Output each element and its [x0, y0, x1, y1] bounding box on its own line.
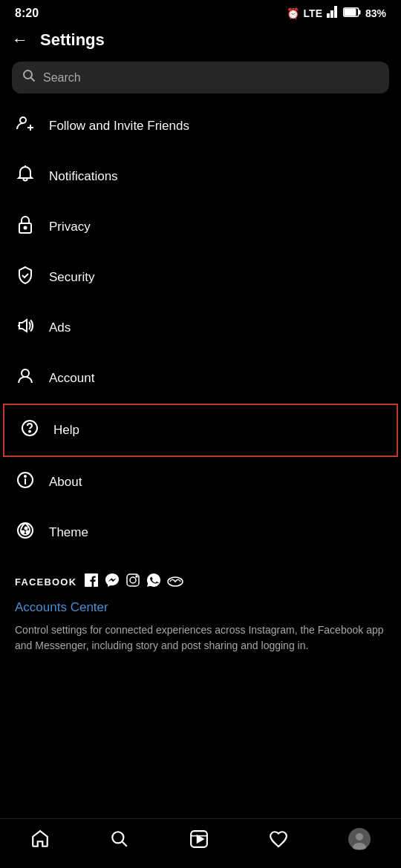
facebook-section: FACEBOOK Accounts Center Control [0, 558, 401, 654]
search-icon [22, 69, 36, 86]
privacy-label: Privacy [49, 220, 91, 234]
follow-invite-label: Follow and Invite Friends [49, 119, 189, 134]
menu-item-privacy[interactable]: Privacy [0, 202, 401, 252]
status-icons: ⏰ LTE 83% [287, 6, 386, 20]
help-icon [19, 418, 40, 442]
svg-point-8 [20, 117, 26, 123]
svg-point-35 [356, 833, 363, 841]
profile-avatar[interactable] [348, 828, 371, 850]
svg-marker-2 [334, 6, 337, 18]
svg-point-17 [29, 431, 30, 433]
menu-item-about[interactable]: About [0, 457, 401, 507]
search-placeholder: Search [43, 71, 81, 85]
whatsapp-icon [146, 573, 161, 591]
menu-item-follow-invite[interactable]: Follow and Invite Friends [0, 101, 401, 151]
account-label: Account [49, 371, 94, 386]
security-label: Security [49, 270, 94, 285]
menu-item-account[interactable]: Account [0, 353, 401, 404]
svg-line-30 [123, 842, 127, 846]
svg-point-27 [136, 576, 137, 577]
menu-item-help[interactable]: Help [3, 404, 398, 457]
follow-invite-icon [15, 114, 36, 138]
status-bar: 8:20 ⏰ LTE 83% [0, 0, 401, 23]
facebook-section-label: FACEBOOK [15, 576, 76, 588]
instagram-icon [125, 573, 140, 591]
about-label: About [49, 475, 82, 490]
svg-line-7 [31, 78, 35, 82]
search-container: Search [12, 62, 389, 93]
svg-point-29 [112, 832, 123, 843]
svg-point-22 [22, 531, 25, 533]
security-icon [15, 266, 36, 289]
nav-activity[interactable] [269, 829, 288, 849]
signal-icon [327, 6, 339, 20]
svg-point-15 [22, 369, 29, 377]
svg-point-26 [130, 577, 136, 583]
nav-reels[interactable] [189, 829, 209, 849]
svg-marker-0 [327, 13, 330, 18]
svg-rect-4 [344, 8, 356, 16]
menu-item-ads[interactable]: Ads [0, 303, 401, 353]
battery-icon [343, 7, 361, 19]
svg-point-23 [25, 527, 27, 530]
theme-label: Theme [49, 525, 88, 540]
svg-point-24 [27, 531, 29, 533]
menu-item-theme[interactable]: Theme [0, 507, 401, 558]
page-title: Settings [40, 30, 105, 50]
menu-item-notifications[interactable]: Notifications [0, 151, 401, 202]
accounts-center-description: Control settings for connected experienc… [15, 622, 386, 654]
svg-point-20 [25, 476, 26, 477]
meta-icon [167, 573, 183, 591]
theme-icon [15, 521, 36, 545]
status-time: 8:20 [15, 7, 39, 20]
battery-label: 83% [365, 7, 386, 19]
svg-marker-1 [330, 10, 333, 18]
settings-menu: Follow and Invite Friends Notifications … [0, 101, 401, 558]
notifications-label: Notifications [49, 169, 118, 184]
ads-label: Ads [49, 320, 71, 335]
messenger-icon [105, 573, 120, 591]
svg-point-6 [24, 70, 32, 79]
nav-search[interactable] [110, 829, 129, 849]
settings-header: ← Settings [0, 23, 401, 62]
svg-marker-32 [198, 836, 203, 843]
svg-point-13 [25, 227, 27, 229]
bottom-navigation [0, 818, 401, 868]
facebook-brand-icons [84, 573, 183, 591]
help-label: Help [53, 423, 79, 438]
accounts-center-link[interactable]: Accounts Center [15, 600, 386, 615]
search-bar[interactable]: Search [12, 62, 389, 93]
alarm-icon: ⏰ [287, 7, 299, 19]
svg-rect-5 [359, 10, 361, 14]
ads-icon [15, 316, 36, 340]
notifications-icon [15, 165, 36, 188]
nav-profile[interactable] [348, 828, 371, 850]
account-icon [15, 366, 36, 390]
network-label: LTE [304, 7, 322, 19]
about-icon [15, 470, 36, 494]
facebook-header: FACEBOOK [15, 573, 386, 591]
nav-home[interactable] [30, 829, 50, 849]
back-button[interactable]: ← [12, 30, 28, 50]
menu-item-security[interactable]: Security [0, 252, 401, 303]
facebook-f-icon [84, 573, 99, 591]
privacy-icon [15, 215, 36, 239]
